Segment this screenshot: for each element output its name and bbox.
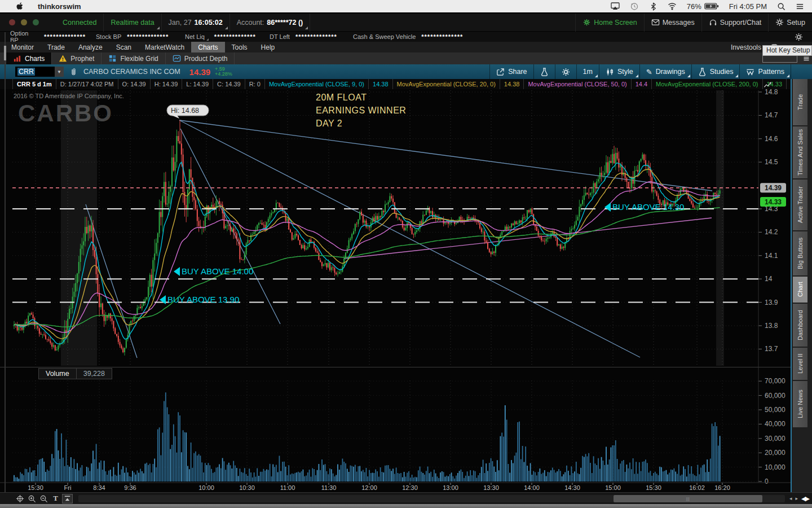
onDemand-button[interactable] bbox=[533, 64, 555, 79]
tab-tools[interactable]: Tools bbox=[225, 42, 254, 52]
subtab-prophet[interactable]: Prophet bbox=[52, 52, 102, 64]
study-item[interactable]: MovAvgExponential (CLOSE, 9, 0) bbox=[265, 79, 369, 89]
study-item[interactable]: 14.4 bbox=[632, 79, 652, 89]
study-item[interactable]: MovAvgExponential (CLOSE, 200, 0) bbox=[652, 79, 762, 89]
scrollbar-thumb[interactable] bbox=[614, 495, 762, 502]
notification-center-icon[interactable] bbox=[796, 2, 804, 11]
time-machine-icon[interactable] bbox=[630, 2, 639, 11]
sidebar-tab-times-and-sales[interactable]: Times And Sales bbox=[793, 126, 807, 178]
study-item: C: 14.39 bbox=[213, 79, 245, 89]
study-item[interactable]: 14.38 bbox=[500, 79, 524, 89]
time-axis-label: 15:30 bbox=[28, 484, 43, 491]
interval-button[interactable]: 1m bbox=[576, 64, 599, 79]
account-number: 86*****72 () bbox=[267, 19, 303, 27]
home-screen-button[interactable]: Home Screen bbox=[575, 14, 643, 32]
sidebar-tab-live-news[interactable]: Live News bbox=[793, 381, 807, 427]
subtab-flexible-grid[interactable]: Flexible Grid bbox=[102, 52, 165, 64]
studies-button[interactable]: Studies bbox=[691, 64, 740, 79]
messages-button[interactable]: Messages bbox=[644, 14, 701, 32]
airplay-icon[interactable] bbox=[611, 2, 620, 11]
subtab-product-depth[interactable]: Product Depth bbox=[166, 52, 235, 64]
ema-20-line bbox=[14, 169, 720, 339]
expand-timeline-button[interactable]: ◀▶ bbox=[801, 495, 809, 502]
gadget-gear-icon[interactable] bbox=[795, 33, 803, 41]
crosshair-button[interactable] bbox=[15, 494, 25, 503]
price-axis-label: 14.6 bbox=[765, 135, 778, 143]
menubar-clock[interactable]: Fri 4:05 PM bbox=[729, 2, 767, 11]
setup-button[interactable]: Setup bbox=[768, 14, 812, 32]
datetime-display[interactable]: Jan, 27 16:05:02 bbox=[162, 14, 230, 32]
charts-subtab-bar: ChartsProphetFlexible GridProduct Depth bbox=[0, 52, 812, 64]
data-mode-selector[interactable]: Realtime data bbox=[104, 14, 161, 32]
layout-selector-box[interactable] bbox=[762, 55, 797, 63]
panel-divider[interactable] bbox=[0, 367, 791, 367]
account-info-bar: Option BP**************Stock BP*********… bbox=[0, 32, 812, 42]
zoom-in-button[interactable] bbox=[27, 494, 37, 503]
menubar-app-name[interactable]: thinkorswim bbox=[38, 2, 81, 11]
collapse-panel-button[interactable] bbox=[62, 494, 73, 503]
price-axis-label: 13.8 bbox=[765, 322, 778, 330]
candles-up bbox=[14, 136, 721, 352]
chart-settings-button[interactable] bbox=[555, 64, 576, 79]
tab-analyze[interactable]: Analyze bbox=[72, 42, 109, 52]
menu-icon bbox=[797, 68, 806, 76]
share-icon bbox=[496, 68, 505, 76]
account-selector[interactable]: Account: 86*****72 () bbox=[230, 14, 311, 32]
sidebar-tab-dashboard[interactable]: Dashboard bbox=[793, 304, 807, 347]
sidebar-tab-level-ii[interactable]: Level II bbox=[793, 348, 807, 380]
sidebar-tab-trade[interactable]: Trade bbox=[793, 79, 807, 125]
subtab-charts[interactable]: Charts bbox=[6, 52, 52, 64]
link-paperclip-icon[interactable] bbox=[69, 67, 78, 76]
sidebar-tab-big-buttons[interactable]: Big Buttons bbox=[793, 231, 807, 275]
bluetooth-icon[interactable] bbox=[649, 2, 657, 11]
patterns-button[interactable]: Patterns bbox=[739, 64, 791, 79]
scroll-left-button[interactable]: ◂ bbox=[789, 496, 792, 501]
battery-status[interactable]: 76% bbox=[687, 2, 719, 11]
close-window-button[interactable] bbox=[9, 19, 15, 25]
auto-scale-icon[interactable] bbox=[764, 80, 772, 90]
zoom-out-button[interactable] bbox=[38, 494, 49, 503]
sidebar-tab-chart[interactable]: Chart bbox=[793, 277, 807, 303]
symbol-dropdown-button[interactable]: ▼ bbox=[55, 67, 64, 77]
gear-icon bbox=[562, 68, 570, 76]
spotlight-icon[interactable] bbox=[777, 2, 785, 11]
chart-menu-button[interactable] bbox=[791, 64, 812, 79]
pencil-icon: ✎ bbox=[646, 68, 652, 76]
support-chat-button[interactable]: Support/Chat bbox=[701, 14, 769, 32]
tab-trade[interactable]: Trade bbox=[41, 42, 72, 52]
volume-axis-label: 60,000 bbox=[765, 392, 785, 400]
date-label: Jan, 27 bbox=[169, 19, 192, 27]
sidebar-tab-active-trader[interactable]: Active Trader bbox=[793, 179, 807, 230]
gear-icon bbox=[775, 18, 784, 27]
study-item[interactable]: MovAvgExponential (CLOSE, 20, 0) bbox=[393, 79, 500, 89]
share-button[interactable]: Share bbox=[489, 64, 533, 79]
price-axis-label: 14 bbox=[765, 275, 773, 283]
price-chart[interactable]: 15:30Fri8:349:3610:0010:3011:0011:3012:0… bbox=[0, 89, 793, 492]
style-button[interactable]: Style bbox=[599, 64, 639, 79]
window-controls[interactable] bbox=[9, 19, 39, 25]
scroll-right-button[interactable]: ▸ bbox=[796, 496, 798, 501]
screen: thinkorswim 76% Fri 4:05 PM Connected Re… bbox=[0, 0, 812, 508]
study-item[interactable]: MovAvgExponential (CLOSE, 50, 0) bbox=[524, 79, 631, 89]
left-splitter[interactable] bbox=[5, 32, 6, 492]
time-axis-label: 10:00 bbox=[198, 484, 214, 491]
time-axis-label: 16:02 bbox=[689, 484, 705, 491]
study-item[interactable]: 14.38 bbox=[369, 79, 393, 89]
zoom-window-button[interactable] bbox=[33, 19, 39, 25]
time-scrollbar[interactable] bbox=[78, 495, 785, 502]
text-tool-button[interactable]: T bbox=[50, 494, 61, 503]
tab-help[interactable]: Help bbox=[254, 42, 282, 52]
minimize-window-button[interactable] bbox=[21, 19, 27, 25]
tab-scan[interactable]: Scan bbox=[109, 42, 138, 52]
battery-percent: 76% bbox=[687, 2, 701, 11]
volume-label[interactable]: Volume bbox=[39, 369, 77, 379]
wifi-icon[interactable] bbox=[668, 2, 677, 11]
apple-menu-icon[interactable] bbox=[16, 2, 24, 11]
svg-text:14.33: 14.33 bbox=[765, 198, 782, 206]
signal-arrow-icon bbox=[604, 203, 611, 212]
symbol-input[interactable]: CRR bbox=[15, 67, 55, 77]
tab-marketwatch[interactable]: MarketWatch bbox=[138, 42, 191, 52]
tab-monitor[interactable]: Monitor bbox=[5, 42, 41, 52]
drawings-button[interactable]: ✎Drawings bbox=[639, 64, 691, 79]
tab-charts[interactable]: Charts bbox=[191, 42, 224, 52]
